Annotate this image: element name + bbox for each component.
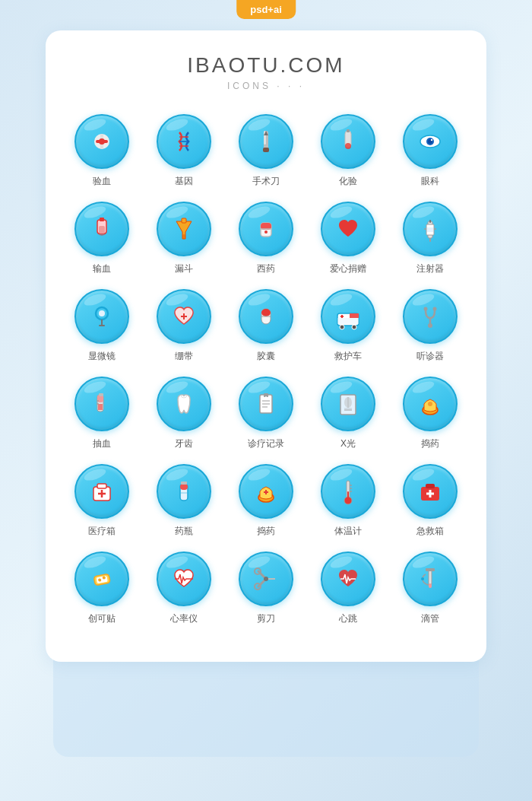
icon-circle-xiyao[interactable] [239, 202, 293, 256]
svg-rect-32 [427, 227, 433, 232]
icon-label-jiyin: 基因 [175, 175, 193, 188]
icon-circle-yaoping[interactable] [157, 464, 211, 519]
icon-circle-daoyao2[interactable] [239, 464, 293, 519]
icon-circle-chuangketie[interactable] [74, 551, 129, 606]
icon-label-jiuhoche: 救护车 [334, 350, 362, 363]
icon-circle-tiwenj[interactable] [321, 464, 375, 519]
icon-circle-yanxue[interactable] [74, 114, 129, 169]
svg-rect-22 [99, 226, 105, 234]
svg-point-25 [182, 234, 185, 239]
svg-rect-107 [429, 570, 432, 585]
svg-rect-40 [99, 325, 105, 326]
icon-circle-shuxue[interactable] [74, 202, 129, 256]
icon-label-xianweijing: 显微镜 [88, 350, 116, 363]
icon-label-yanke: 眼科 [421, 175, 439, 188]
svg-rect-82 [181, 482, 187, 485]
icon-item-yaoping: 药瓶 [146, 464, 222, 538]
svg-point-18 [431, 139, 432, 141]
icon-label-bongdai: 绷带 [175, 350, 193, 363]
svg-rect-77 [97, 484, 106, 488]
svg-marker-47 [350, 313, 359, 318]
icon-item-aixinjuanzeng: 爱心捐赠 [310, 202, 386, 275]
svg-point-51 [352, 325, 356, 329]
icon-circle-huayan[interactable] [321, 114, 375, 169]
icon-label-xguang: X光 [340, 437, 356, 450]
icon-circle-shoushudao[interactable] [239, 114, 293, 169]
icons-grid: 验血基因手术刀化验眼科输血漏斗西药爱心捐赠注射器显微镜绷带胶囊救护车听诊器抽血牙… [61, 114, 471, 639]
top-badge: psd+ai [236, 0, 296, 19]
icon-label-shoushudao: 手术刀 [252, 175, 280, 188]
icon-item-shuxue: 输血 [64, 202, 140, 275]
svg-point-38 [99, 310, 105, 316]
icon-item-chuangketie: 创可贴 [64, 551, 140, 625]
icon-label-xiyao: 西药 [257, 262, 275, 275]
svg-rect-59 [98, 404, 103, 410]
icon-label-aixinjuanzeng: 爱心捐赠 [330, 262, 366, 275]
icon-circle-xintiao[interactable] [321, 551, 375, 606]
icon-circle-yiliaoxiang[interactable] [74, 464, 129, 519]
icon-label-xinlv: 心率仪 [170, 612, 198, 625]
icon-label-zhusheiqi: 注射器 [416, 262, 444, 275]
icon-label-tingzhenqi: 听诊器 [416, 350, 444, 363]
svg-point-75 [428, 402, 432, 406]
icon-circle-diguan[interactable] [403, 551, 458, 606]
icon-item-jiuhoche: 救护车 [310, 289, 386, 363]
icon-circle-daoyao[interactable] [403, 377, 458, 431]
icon-label-jiandao: 剪刀 [257, 612, 275, 625]
icon-circle-jiaonang[interactable] [239, 289, 293, 344]
svg-point-55 [424, 307, 428, 311]
icon-circle-jiuhoche[interactable] [321, 289, 375, 344]
icon-circle-jijiuxiang[interactable] [403, 464, 458, 519]
icon-label-zhenliaojilu: 诊疗记录 [248, 437, 284, 450]
svg-point-50 [340, 325, 344, 329]
icon-circle-jiyin[interactable] [157, 114, 211, 169]
icon-circle-xianweijing[interactable] [74, 289, 129, 344]
icon-item-yiliaoxiang: 医疗箱 [64, 464, 140, 538]
icon-label-chuangketie: 创可贴 [88, 612, 116, 625]
icon-circle-loudou[interactable] [157, 202, 211, 256]
svg-rect-81 [180, 484, 188, 490]
icon-circle-zhenliaojilu[interactable] [239, 377, 293, 431]
icon-item-jijiuxiang: 急救箱 [392, 464, 468, 538]
icon-label-jijiuxiang: 急救箱 [416, 525, 444, 538]
icon-item-bongdai: 绷带 [146, 289, 222, 363]
svg-rect-89 [347, 491, 349, 501]
icon-item-xintiao: 心跳 [310, 551, 386, 625]
icon-item-diguan: 滴管 [392, 551, 468, 625]
svg-rect-94 [426, 484, 435, 488]
icon-item-daoyao: 捣药 [392, 377, 468, 450]
icon-circle-xguang[interactable] [321, 377, 375, 431]
svg-rect-34 [429, 238, 431, 242]
icon-label-shuxue: 输血 [93, 262, 111, 275]
icon-label-huayan: 化验 [339, 175, 357, 188]
card-subtitle: ICONS · · · [61, 81, 471, 91]
icon-item-chuxue: 抽血 [64, 377, 140, 450]
svg-point-54 [428, 323, 432, 328]
icon-label-daoyao2: 捣药 [257, 525, 275, 538]
svg-point-56 [433, 307, 437, 311]
icon-label-yiliaoxiang: 医疗箱 [88, 525, 116, 538]
icon-circle-aixinjuanzeng[interactable] [321, 202, 375, 256]
icon-circle-zhusheiqi[interactable] [403, 202, 458, 256]
svg-point-29 [264, 230, 268, 234]
svg-rect-33 [429, 220, 431, 223]
icon-circle-chuxue[interactable] [74, 377, 129, 431]
icon-item-zhenliaojilu: 诊疗记录 [228, 377, 304, 450]
icon-item-yanke: 眼科 [392, 114, 468, 188]
icon-label-diguan: 滴管 [421, 612, 439, 625]
icon-circle-tingzhenqi[interactable] [403, 289, 458, 344]
icon-item-yanxue: 验血 [64, 114, 140, 188]
icon-item-xguang: X光 [310, 377, 386, 450]
icon-item-tingzhenqi: 听诊器 [392, 289, 468, 363]
icon-item-jiandao: 剪刀 [228, 551, 304, 625]
svg-rect-52 [337, 318, 359, 324]
icon-item-yachi: 牙齿 [146, 377, 222, 450]
icon-circle-yanke[interactable] [403, 114, 458, 169]
icon-circle-yachi[interactable] [157, 377, 211, 431]
icon-circle-bongdai[interactable] [157, 289, 211, 344]
svg-rect-108 [429, 583, 432, 588]
icon-label-yanxue: 验血 [93, 175, 111, 188]
icon-circle-xinlv[interactable] [157, 551, 211, 606]
icon-circle-jiandao[interactable] [239, 551, 293, 606]
svg-point-3 [99, 138, 105, 145]
